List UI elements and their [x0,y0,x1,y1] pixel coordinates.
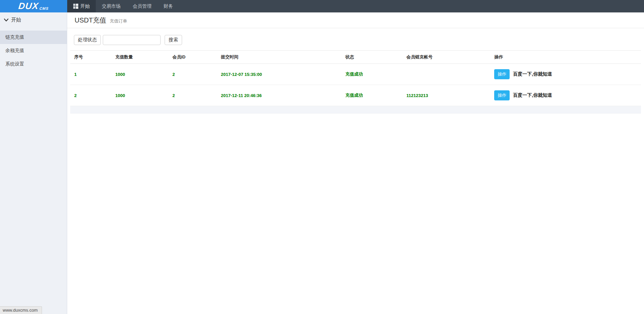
nav-item-finance[interactable]: 财务 [158,0,179,12]
cell-action: 操作 百度一下,你就知道 [490,85,641,106]
cell-linkcoin-account [402,64,490,85]
logo-suffix-text: CMS [39,6,49,11]
link-preview-statusbar: www.duxcms.com [0,306,42,314]
nav-item-market[interactable]: 交易市场 [96,0,127,12]
chevron-down-icon [4,18,8,21]
table-row: 1 1000 2 2017-12-07 15:35:00 充值成功 操作 百度一… [70,64,641,85]
row-action-note-link[interactable]: 百度一下,你就知道 [513,71,552,77]
filter-toolbar: 处理状态 搜索 [74,35,641,45]
sidebar-menu: 链克充值 余额充值 系统设置 [0,31,67,71]
cell-seq: 1 [70,64,111,85]
nav-item-label: 财务 [164,3,173,9]
table-row: 2 1000 2 2017-12-11 20:46:36 充值成功 112123… [70,85,641,106]
sidebar-item-label: 链克充值 [5,34,24,40]
nav-item-members[interactable]: 会员管理 [127,0,158,12]
cell-submit-time: 2017-12-11 20:46:36 [217,85,341,106]
column-header-0: 序号 [70,51,111,64]
content-area: 处理状态 搜索 序号充值数量会员ID提交时间状态会员链克帐号操作 1 1000 … [67,28,644,118]
cell-seq: 2 [70,85,111,106]
sidebar-item-balance-recharge[interactable]: 余额充值 [0,44,67,57]
nav-item-label: 会员管理 [133,3,152,9]
main-layout: 开始 链克充值 余额充值 系统设置 USDT充值 充值订单 处理状态 搜索 [0,12,644,314]
nav-item-start[interactable]: 开始 [67,0,96,12]
sidebar-item-label: 系统设置 [5,61,24,66]
column-header-5: 会员链克帐号 [402,51,490,64]
sidebar-section-start[interactable]: 开始 [0,12,67,27]
search-input[interactable] [103,35,161,45]
cell-amount: 1000 [111,64,168,85]
column-header-1: 充值数量 [111,51,168,64]
recharge-orders-table: 序号充值数量会员ID提交时间状态会员链克帐号操作 1 1000 2 2017-1… [70,50,641,106]
nav-item-label: 开始 [80,3,90,9]
row-action-button[interactable]: 操作 [494,90,510,100]
cell-action: 操作 百度一下,你就知道 [490,64,641,85]
column-header-3: 提交时间 [217,51,341,64]
row-action-button[interactable]: 操作 [494,69,510,79]
cell-member-id: 2 [168,64,217,85]
logo-brand-text: DUX [18,2,39,11]
table-body: 1 1000 2 2017-12-07 15:35:00 充值成功 操作 百度一… [70,64,641,106]
top-navbar: DUX CMS 开始 交易市场 会员管理 财务 [0,0,644,12]
search-button[interactable]: 搜索 [165,35,182,45]
main-content: USDT充值 充值订单 处理状态 搜索 序号充值数量会员ID提交时间状态会员链克… [67,12,644,314]
column-header-2: 会员ID [168,51,217,64]
sidebar-item-linkcoin-recharge[interactable]: 链克充值 [0,31,67,44]
sidebar-item-label: 余额充值 [5,48,24,53]
page-header: USDT充值 充值订单 [67,12,644,28]
cell-status: 充值成功 [341,85,402,106]
page-title: USDT充值 [75,16,106,25]
table-header-row: 序号充值数量会员ID提交时间状态会员链克帐号操作 [70,51,641,64]
dux-cms-logo: DUX CMS [18,2,49,11]
column-header-6: 操作 [490,51,641,64]
cell-amount: 1000 [111,85,168,106]
column-header-4: 状态 [341,51,402,64]
row-action-note-link[interactable]: 百度一下,你就知道 [513,92,552,98]
nav-item-label: 交易市场 [102,3,121,9]
status-filter-button[interactable]: 处理状态 [74,35,101,45]
page-subtitle: 充值订单 [110,18,127,24]
cell-status: 充值成功 [341,64,402,85]
sidebar: 开始 链克充值 余额充值 系统设置 [0,12,67,314]
table-footer [70,106,641,114]
logo-area[interactable]: DUX CMS [0,0,67,12]
windows-grid-icon [73,4,78,9]
cell-submit-time: 2017-12-07 15:35:00 [217,64,341,85]
navbar-menu: 开始 交易市场 会员管理 财务 [67,0,179,12]
cell-linkcoin-account: 112123213 [402,85,490,106]
sidebar-item-system-settings[interactable]: 系统设置 [0,57,67,71]
sidebar-section-label: 开始 [11,17,21,23]
cell-member-id: 2 [168,85,217,106]
